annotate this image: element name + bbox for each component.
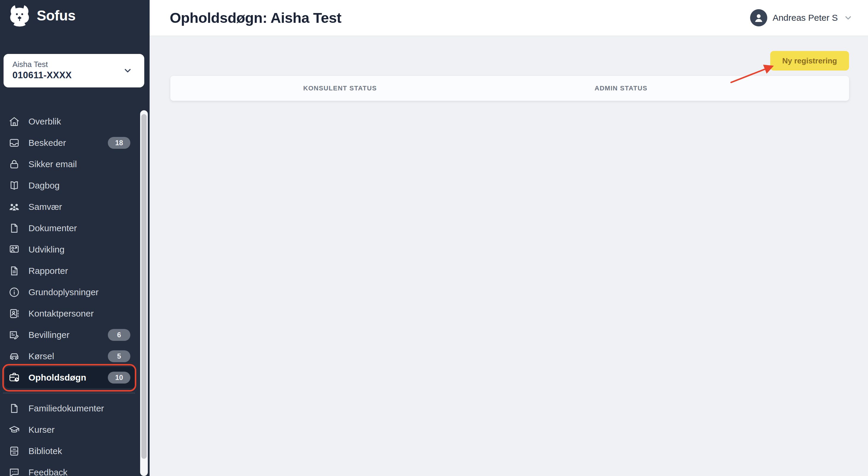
sofus-bear-logo-icon [8, 4, 31, 27]
sidebar-item-familiedokumenter[interactable]: Familiedokumenter [0, 398, 150, 419]
sidebar-item-label: Sikker email [28, 159, 77, 169]
book-open-icon [8, 180, 20, 191]
graduation-cap-icon [8, 424, 20, 436]
sidebar-item-label: Beskeder [28, 138, 66, 148]
sidebar-item-rapporter[interactable]: Rapporter [0, 260, 150, 281]
sidebar-item-label: Dokumenter [28, 223, 77, 233]
sidebar-item-label: Dagbog [28, 180, 60, 190]
info-circle-icon [8, 286, 20, 298]
sidebar-item-overblik[interactable]: Overblik [0, 111, 150, 132]
car-icon [8, 350, 20, 362]
sidebar-scrollbar-track [140, 110, 148, 476]
top-header: Opholdsdøgn: Aisha Test Andreas Peter S [150, 0, 868, 36]
file-icon [8, 403, 20, 414]
sidebar-item-dagbog[interactable]: Dagbog [0, 175, 150, 196]
archive-icon [8, 445, 20, 457]
sidebar-divider [3, 393, 135, 393]
user-avatar-icon [750, 9, 767, 26]
briefcase-clock-icon [8, 372, 20, 384]
sidebar-item-label: Bevillinger [28, 330, 69, 340]
sidebar-item-label: Familiedokumenter [28, 404, 104, 413]
sidebar-item-dokumenter[interactable]: Dokumenter [0, 217, 150, 239]
user-menu[interactable]: Andreas Peter S [750, 9, 853, 26]
column-header-admin-status: ADMIN STATUS [595, 76, 648, 101]
sidebar-item-label: Feedback [28, 468, 67, 476]
sidebar-item-beskeder[interactable]: Beskeder18 [0, 132, 150, 153]
sidebar-item-udvikling[interactable]: Udvikling [0, 239, 150, 260]
column-header-konsulent-status: KONSULENT STATUS [303, 76, 377, 101]
file-text-icon [8, 265, 20, 277]
badge-count: 5 [108, 350, 130, 362]
sidebar-secondary-nav: FamiliedokumenterKurserBibliotekFeedback [0, 398, 150, 476]
sidebar: Sofus Aisha Test 010611-XXXX OverblikBes… [0, 0, 150, 476]
table-header: KONSULENT STATUSADMIN STATUS [170, 76, 849, 101]
sidebar-item-bevillinger[interactable]: Bevillinger6 [0, 324, 150, 346]
content-area: Ny registrering KONSULENT STATUSADMIN ST… [150, 36, 868, 476]
id-card-icon [8, 308, 20, 320]
chat-dots-icon [8, 467, 20, 476]
file-icon [8, 222, 20, 234]
badge-count: 18 [108, 137, 130, 149]
sidebar-item-label: Kurser [28, 425, 55, 435]
user-name: Andreas Peter S [773, 13, 838, 23]
inbox-icon [8, 137, 20, 149]
person-chart-icon [8, 244, 20, 256]
sidebar-item-kontaktpersoner[interactable]: Kontaktpersoner [0, 303, 150, 324]
home-icon [8, 116, 20, 127]
sidebar-item-label: Overblik [28, 117, 61, 126]
sidebar-item-label: Opholdsdøgn [28, 373, 86, 383]
app-logo[interactable]: Sofus [8, 4, 75, 27]
sidebar-item-grundoplysninger[interactable]: Grundoplysninger [0, 281, 150, 303]
sidebar-item-kurser[interactable]: Kurser [0, 419, 150, 440]
chevron-down-icon [843, 13, 853, 23]
sidebar-item-sikker-email[interactable]: Sikker email [0, 153, 150, 175]
sidebar-item-label: Grundoplysninger [28, 287, 99, 297]
sidebar-item-koersel[interactable]: Kørsel5 [0, 346, 150, 367]
app-name: Sofus [37, 7, 75, 24]
sidebar-item-bibliotek[interactable]: Bibliotek [0, 440, 150, 462]
sidebar-nav: OverblikBeskeder18Sikker emailDagbogSamv… [0, 111, 150, 388]
sidebar-item-samvaer[interactable]: Samvær [0, 196, 150, 217]
page-title: Opholdsdøgn: Aisha Test [170, 9, 341, 26]
chevron-down-icon [122, 65, 133, 76]
lock-icon [8, 158, 20, 170]
sidebar-item-feedback[interactable]: Feedback [0, 462, 150, 476]
sidebar-item-label: Rapporter [28, 266, 68, 276]
badge-count: 6 [108, 329, 130, 341]
app-root: Sofus Aisha Test 010611-XXXX OverblikBes… [0, 0, 868, 476]
users-icon [8, 201, 20, 213]
sidebar-item-label: Kørsel [28, 351, 54, 361]
sidebar-item-label: Bibliotek [28, 446, 62, 456]
sidebar-scrollbar-thumb[interactable] [141, 114, 147, 459]
sidebar-item-label: Samvær [28, 202, 62, 212]
sidebar-item-label: Udvikling [28, 244, 65, 255]
badge-count: 10 [108, 372, 130, 384]
sidebar-item-opholdsdoegn[interactable]: Opholdsdøgn10 [5, 367, 135, 388]
client-selector[interactable]: Aisha Test 010611-XXXX [4, 54, 144, 87]
new-registration-button[interactable]: Ny registrering [770, 51, 849, 70]
invoice-pen-icon [8, 329, 20, 341]
sidebar-item-label: Kontaktpersoner [28, 308, 94, 319]
